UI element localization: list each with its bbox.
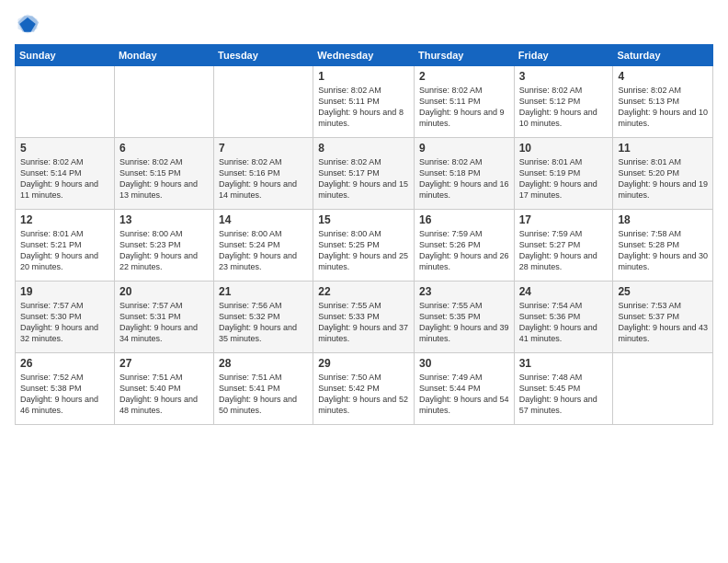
day-content: Sunrise: 7:49 AM Sunset: 5:44 PM Dayligh… xyxy=(419,372,509,417)
day-number: 20 xyxy=(119,285,209,298)
calendar-cell: 31Sunrise: 7:48 AM Sunset: 5:45 PM Dayli… xyxy=(514,353,613,425)
week-row-3: 12Sunrise: 8:01 AM Sunset: 5:21 PM Dayli… xyxy=(16,210,713,282)
calendar-cell: 28Sunrise: 7:51 AM Sunset: 5:41 PM Dayli… xyxy=(214,353,313,425)
calendar-cell: 16Sunrise: 7:59 AM Sunset: 5:26 PM Dayli… xyxy=(414,210,514,282)
day-number: 16 xyxy=(419,213,509,226)
calendar-cell: 6Sunrise: 8:02 AM Sunset: 5:15 PM Daylig… xyxy=(114,138,213,210)
day-number: 2 xyxy=(419,70,509,83)
calendar-cell xyxy=(114,66,213,138)
day-number: 31 xyxy=(519,357,609,370)
day-number: 17 xyxy=(519,213,609,226)
day-number: 4 xyxy=(618,70,708,83)
day-number: 8 xyxy=(318,142,409,155)
calendar-cell: 7Sunrise: 8:02 AM Sunset: 5:16 PM Daylig… xyxy=(214,138,313,210)
day-content: Sunrise: 7:50 AM Sunset: 5:42 PM Dayligh… xyxy=(318,372,409,417)
week-row-2: 5Sunrise: 8:02 AM Sunset: 5:14 PM Daylig… xyxy=(16,138,713,210)
day-content: Sunrise: 8:02 AM Sunset: 5:16 PM Dayligh… xyxy=(219,156,308,201)
day-content: Sunrise: 8:02 AM Sunset: 5:13 PM Dayligh… xyxy=(618,85,708,130)
day-header-monday: Monday xyxy=(114,45,213,66)
day-number: 27 xyxy=(119,357,209,370)
day-content: Sunrise: 7:59 AM Sunset: 5:27 PM Dayligh… xyxy=(519,228,609,273)
day-content: Sunrise: 8:00 AM Sunset: 5:25 PM Dayligh… xyxy=(318,228,409,273)
week-row-5: 26Sunrise: 7:52 AM Sunset: 5:38 PM Dayli… xyxy=(16,353,713,425)
day-content: Sunrise: 7:57 AM Sunset: 5:31 PM Dayligh… xyxy=(119,300,209,345)
day-number: 14 xyxy=(219,213,308,226)
calendar-cell: 22Sunrise: 7:55 AM Sunset: 5:33 PM Dayli… xyxy=(313,282,415,353)
day-number: 1 xyxy=(318,70,409,83)
calendar-cell: 13Sunrise: 8:00 AM Sunset: 5:23 PM Dayli… xyxy=(114,210,213,282)
calendar-cell: 23Sunrise: 7:55 AM Sunset: 5:35 PM Dayli… xyxy=(414,282,514,353)
header xyxy=(15,11,713,37)
day-content: Sunrise: 7:58 AM Sunset: 5:28 PM Dayligh… xyxy=(618,228,708,273)
day-content: Sunrise: 7:48 AM Sunset: 5:45 PM Dayligh… xyxy=(519,372,609,417)
day-content: Sunrise: 8:02 AM Sunset: 5:11 PM Dayligh… xyxy=(419,85,509,130)
day-content: Sunrise: 7:54 AM Sunset: 5:36 PM Dayligh… xyxy=(519,300,609,345)
day-content: Sunrise: 8:02 AM Sunset: 5:17 PM Dayligh… xyxy=(318,156,409,201)
day-number: 5 xyxy=(20,142,109,155)
calendar-cell: 15Sunrise: 8:00 AM Sunset: 5:25 PM Dayli… xyxy=(313,210,415,282)
day-content: Sunrise: 7:56 AM Sunset: 5:32 PM Dayligh… xyxy=(219,300,308,345)
week-row-4: 19Sunrise: 7:57 AM Sunset: 5:30 PM Dayli… xyxy=(16,282,713,353)
calendar-cell: 19Sunrise: 7:57 AM Sunset: 5:30 PM Dayli… xyxy=(16,282,115,353)
day-content: Sunrise: 8:02 AM Sunset: 5:14 PM Dayligh… xyxy=(20,156,109,201)
day-number: 13 xyxy=(119,213,209,226)
day-content: Sunrise: 7:51 AM Sunset: 5:41 PM Dayligh… xyxy=(219,372,308,417)
day-content: Sunrise: 8:00 AM Sunset: 5:24 PM Dayligh… xyxy=(219,228,308,273)
day-number: 7 xyxy=(219,142,308,155)
day-header-thursday: Thursday xyxy=(414,45,514,66)
day-content: Sunrise: 8:01 AM Sunset: 5:19 PM Dayligh… xyxy=(519,156,609,201)
day-number: 28 xyxy=(219,357,308,370)
calendar-cell: 25Sunrise: 7:53 AM Sunset: 5:37 PM Dayli… xyxy=(613,282,713,353)
calendar-cell: 14Sunrise: 8:00 AM Sunset: 5:24 PM Dayli… xyxy=(214,210,313,282)
day-header-friday: Friday xyxy=(514,45,613,66)
day-number: 21 xyxy=(219,285,308,298)
calendar-cell: 20Sunrise: 7:57 AM Sunset: 5:31 PM Dayli… xyxy=(114,282,213,353)
day-content: Sunrise: 7:57 AM Sunset: 5:30 PM Dayligh… xyxy=(20,300,109,345)
calendar-cell xyxy=(16,66,115,138)
day-number: 26 xyxy=(20,357,109,370)
day-content: Sunrise: 7:51 AM Sunset: 5:40 PM Dayligh… xyxy=(119,372,209,417)
day-header-wednesday: Wednesday xyxy=(313,45,415,66)
page: SundayMondayTuesdayWednesdayThursdayFrid… xyxy=(0,0,728,563)
day-number: 3 xyxy=(519,70,609,83)
calendar-cell: 18Sunrise: 7:58 AM Sunset: 5:28 PM Dayli… xyxy=(613,210,713,282)
calendar-cell: 29Sunrise: 7:50 AM Sunset: 5:42 PM Dayli… xyxy=(313,353,415,425)
day-number: 30 xyxy=(419,357,509,370)
day-content: Sunrise: 8:01 AM Sunset: 5:21 PM Dayligh… xyxy=(20,228,109,273)
day-number: 11 xyxy=(618,142,708,155)
calendar-cell xyxy=(214,66,313,138)
day-number: 9 xyxy=(419,142,509,155)
calendar-cell: 11Sunrise: 8:01 AM Sunset: 5:20 PM Dayli… xyxy=(613,138,713,210)
day-content: Sunrise: 7:55 AM Sunset: 5:33 PM Dayligh… xyxy=(318,300,409,345)
day-content: Sunrise: 7:59 AM Sunset: 5:26 PM Dayligh… xyxy=(419,228,509,273)
calendar-cell: 30Sunrise: 7:49 AM Sunset: 5:44 PM Dayli… xyxy=(414,353,514,425)
week-row-1: 1Sunrise: 8:02 AM Sunset: 5:11 PM Daylig… xyxy=(16,66,713,138)
calendar-cell xyxy=(613,353,713,425)
calendar-cell: 27Sunrise: 7:51 AM Sunset: 5:40 PM Dayli… xyxy=(114,353,213,425)
calendar-cell: 21Sunrise: 7:56 AM Sunset: 5:32 PM Dayli… xyxy=(214,282,313,353)
day-number: 29 xyxy=(318,357,409,370)
day-content: Sunrise: 8:01 AM Sunset: 5:20 PM Dayligh… xyxy=(618,156,708,201)
day-content: Sunrise: 7:52 AM Sunset: 5:38 PM Dayligh… xyxy=(20,372,109,417)
calendar-header-row: SundayMondayTuesdayWednesdayThursdayFrid… xyxy=(16,45,713,66)
day-number: 22 xyxy=(318,285,409,298)
day-header-saturday: Saturday xyxy=(613,45,713,66)
calendar-cell: 5Sunrise: 8:02 AM Sunset: 5:14 PM Daylig… xyxy=(16,138,115,210)
day-number: 12 xyxy=(20,213,109,226)
logo xyxy=(15,11,44,37)
day-number: 25 xyxy=(618,285,708,298)
calendar-cell: 3Sunrise: 8:02 AM Sunset: 5:12 PM Daylig… xyxy=(514,66,613,138)
day-content: Sunrise: 8:00 AM Sunset: 5:23 PM Dayligh… xyxy=(119,228,209,273)
calendar-cell: 17Sunrise: 7:59 AM Sunset: 5:27 PM Dayli… xyxy=(514,210,613,282)
logo-icon xyxy=(15,11,40,37)
day-header-tuesday: Tuesday xyxy=(214,45,313,66)
day-content: Sunrise: 7:55 AM Sunset: 5:35 PM Dayligh… xyxy=(419,300,509,345)
calendar-cell: 4Sunrise: 8:02 AM Sunset: 5:13 PM Daylig… xyxy=(613,66,713,138)
day-content: Sunrise: 8:02 AM Sunset: 5:18 PM Dayligh… xyxy=(419,156,509,201)
calendar: SundayMondayTuesdayWednesdayThursdayFrid… xyxy=(15,44,713,425)
day-number: 10 xyxy=(519,142,609,155)
calendar-cell: 9Sunrise: 8:02 AM Sunset: 5:18 PM Daylig… xyxy=(414,138,514,210)
day-content: Sunrise: 8:02 AM Sunset: 5:15 PM Dayligh… xyxy=(119,156,209,201)
day-number: 23 xyxy=(419,285,509,298)
calendar-cell: 1Sunrise: 8:02 AM Sunset: 5:11 PM Daylig… xyxy=(313,66,415,138)
